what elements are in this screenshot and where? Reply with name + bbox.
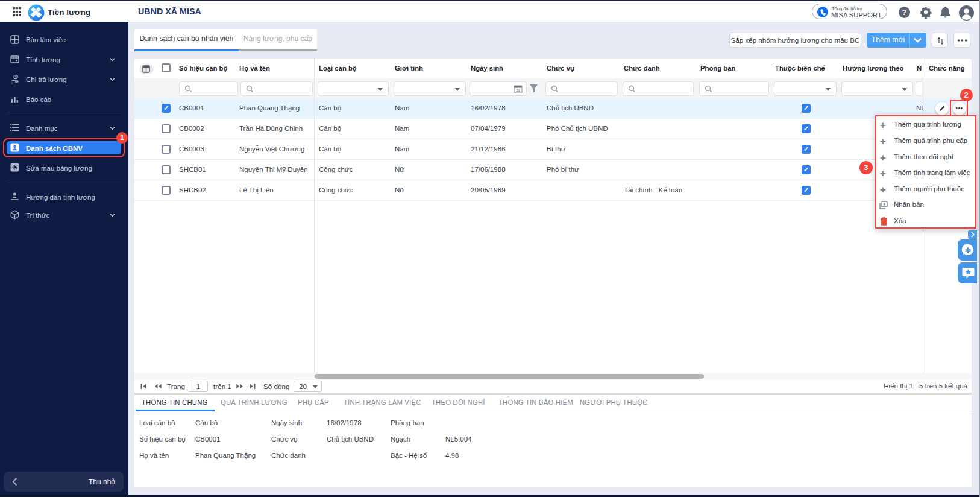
svg-text:$: $ [14,75,16,79]
svg-text:?: ? [902,8,907,17]
svg-text:21: 21 [516,89,520,92]
